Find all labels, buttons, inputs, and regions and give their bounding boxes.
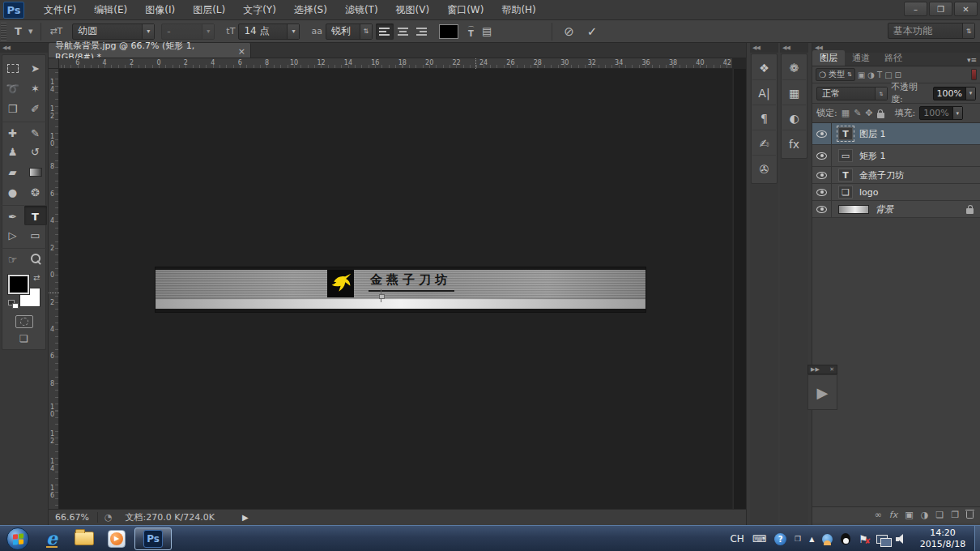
align-right-button[interactable]: [413, 23, 431, 40]
volume-icon[interactable]: [896, 534, 907, 544]
show-desktop-button[interactable]: [974, 526, 980, 551]
panel-menu-icon[interactable]: ▾≡: [967, 56, 977, 64]
lock-transparent-icon[interactable]: ▦: [842, 108, 850, 118]
help-tray-icon[interactable]: ?: [774, 533, 786, 545]
visibility-toggle[interactable]: [812, 123, 832, 144]
layer-thumbnail[interactable]: T: [838, 127, 853, 140]
delete-layer-icon[interactable]: [966, 511, 974, 519]
action-center-flag-icon[interactable]: ⚑✘: [859, 533, 868, 545]
filter-pixel-icon[interactable]: ▣: [858, 70, 865, 79]
dock-collapse[interactable]: ◀◀: [780, 43, 808, 53]
tool-preset-icon[interactable]: T: [11, 23, 25, 39]
filter-toggle-switch[interactable]: [971, 69, 977, 80]
status-menu-arrow[interactable]: ▶: [221, 513, 249, 522]
tool-button[interactable]: ▰: [2, 162, 24, 182]
menu-item[interactable]: 选择(S): [286, 1, 335, 19]
panel-icon-button[interactable]: ◐: [782, 107, 806, 130]
menu-item[interactable]: 文件(F): [36, 1, 84, 19]
tool-button[interactable]: ✶: [24, 79, 47, 99]
qq-icon[interactable]: [841, 533, 850, 545]
language-indicator[interactable]: CH: [730, 533, 744, 545]
visibility-toggle[interactable]: [812, 201, 832, 217]
visibility-toggle[interactable]: [812, 145, 832, 166]
menu-item[interactable]: 视图(V): [388, 1, 438, 19]
pasteboard[interactable]: 金燕子刀坊: [59, 69, 732, 509]
default-colors-icon[interactable]: [8, 300, 19, 309]
menu-item[interactable]: 图层(L): [185, 1, 233, 19]
lock-move-icon[interactable]: ✥: [865, 108, 872, 118]
fill-field[interactable]: 100% ▾: [919, 106, 962, 120]
show-hidden-icons-arrow[interactable]: ▲: [809, 536, 814, 543]
new-layer-icon[interactable]: ❐: [951, 510, 959, 520]
panel-icon-button[interactable]: ✇: [752, 157, 776, 181]
lock-paint-icon[interactable]: ✎: [854, 108, 861, 118]
panel-icon-button[interactable]: ✍: [752, 132, 776, 156]
layer-row[interactable]: T 图层 1: [812, 123, 980, 145]
tool-button[interactable]: ☞: [2, 248, 24, 268]
visibility-toggle[interactable]: [812, 184, 832, 200]
filter-type-icon[interactable]: T: [877, 70, 882, 79]
tooldock-collapse[interactable]: ◀◀: [0, 43, 48, 53]
zoom-level-field[interactable]: 66.67%: [49, 512, 98, 523]
link-layers-icon[interactable]: ∞: [875, 510, 882, 520]
commit-edits-button[interactable]: ✓: [581, 24, 604, 39]
screen-mode-button[interactable]: ❏: [19, 333, 28, 344]
menu-item[interactable]: 窗口(W): [439, 1, 492, 19]
tool-button[interactable]: ✐: [24, 99, 47, 119]
network-icon[interactable]: [876, 535, 888, 544]
swap-colors-icon[interactable]: ⇄: [33, 273, 40, 282]
layer-thumbnail[interactable]: [838, 205, 869, 214]
layer-thumbnail[interactable]: T: [838, 169, 853, 182]
filter-adjustment-icon[interactable]: ◑: [867, 70, 875, 79]
layer-row[interactable]: ▭ 矩形 1: [812, 145, 980, 167]
tool-button[interactable]: [2, 58, 24, 79]
panel-icon-button[interactable]: ❖: [752, 57, 776, 80]
messenger-contact-icon[interactable]: [822, 534, 833, 545]
tool-button[interactable]: [24, 248, 47, 268]
foreground-color-swatch[interactable]: [8, 275, 29, 294]
minimize-button[interactable]: –: [904, 2, 927, 16]
text-orientation-icon[interactable]: ⇄T: [46, 24, 66, 38]
toggle-panels-icon[interactable]: ▤: [479, 23, 495, 39]
adjustment-layer-icon[interactable]: ◑: [921, 510, 929, 520]
floating-panel-header[interactable]: ▶▶ ✕: [807, 365, 837, 374]
tool-preset-dropdown-icon[interactable]: ▾: [25, 24, 36, 38]
close-icon[interactable]: ✕: [829, 366, 834, 373]
panel-icon-button[interactable]: ¶: [752, 107, 776, 130]
vertical-scrollbar[interactable]: [733, 69, 746, 509]
lock-all-icon[interactable]: [877, 113, 884, 118]
tool-button[interactable]: ↺: [24, 142, 47, 162]
panel-tab[interactable]: 路径: [877, 50, 910, 66]
menu-item[interactable]: 滤镜(T): [337, 1, 386, 19]
filter-smart-object-icon[interactable]: ⊡: [895, 70, 901, 79]
tool-button[interactable]: ▷: [2, 225, 24, 246]
new-group-icon[interactable]: ❏: [935, 510, 944, 520]
panel-icon-button[interactable]: ❁: [782, 57, 806, 80]
keyboard-icon[interactable]: ⌨: [752, 533, 766, 545]
menu-item[interactable]: 编辑(E): [86, 1, 135, 19]
anti-alias-select[interactable]: 锐利 ⇅: [326, 23, 373, 40]
taskbar-media-player-button[interactable]: ▶: [102, 528, 131, 550]
taskbar-explorer-button[interactable]: [70, 528, 99, 550]
tool-button[interactable]: ♟: [2, 142, 24, 162]
align-left-button[interactable]: [376, 23, 394, 40]
tool-button[interactable]: ❒: [2, 99, 24, 119]
panel-tab[interactable]: 通道: [845, 50, 877, 66]
layer-filter-select[interactable]: ❍ 类型 ⇅: [816, 68, 855, 81]
tab-close-icon[interactable]: ×: [238, 46, 245, 57]
taskbar-clock[interactable]: 14:20 2015/8/18: [914, 528, 972, 550]
panel-icon-button[interactable]: fx: [782, 132, 806, 156]
workspace-select[interactable]: 基本功能 ⇅: [888, 23, 975, 39]
layer-mask-icon[interactable]: ▣: [905, 510, 913, 520]
blend-mode-select[interactable]: 正常 ⇅: [816, 87, 888, 100]
font-style-select[interactable]: - ▾: [161, 23, 215, 40]
filter-shape-icon[interactable]: □: [884, 70, 892, 79]
tool-button[interactable]: ➰: [2, 79, 24, 99]
panel-icon-button[interactable]: ▦: [782, 82, 806, 105]
restore-button[interactable]: ❐: [929, 2, 952, 16]
tool-button[interactable]: ❂: [24, 182, 47, 203]
menu-item[interactable]: 文字(Y): [235, 1, 284, 19]
tool-button[interactable]: [24, 162, 47, 182]
tool-button[interactable]: ▭: [24, 225, 47, 246]
layer-row[interactable]: 背景: [812, 201, 980, 218]
